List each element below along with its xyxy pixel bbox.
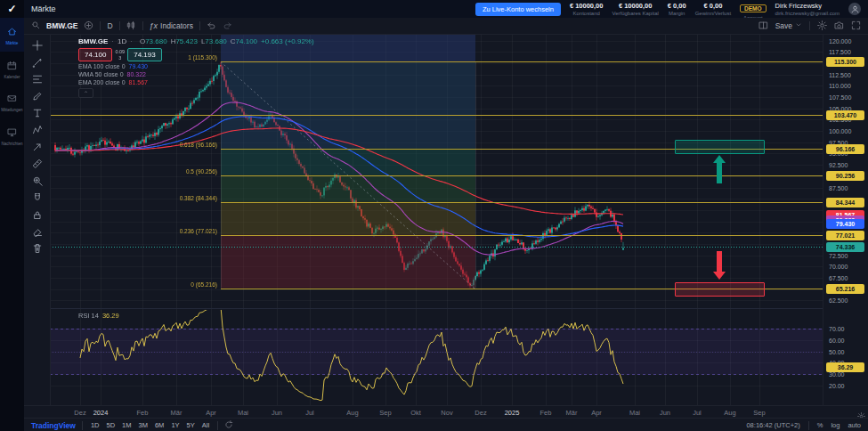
legend-symbol[interactable]: BMW.GE [78,37,108,45]
divider [142,21,143,30]
price-level-badge: 103.470 [826,110,864,120]
undo-icon[interactable] [207,20,216,32]
price-tick: 117.500 [829,49,851,55]
magnet-tool[interactable] [28,190,46,205]
time-label-aug: Aug [724,409,735,417]
user-info[interactable]: Dirk Friczewsky dirk.friczewsky@gmail.co… [775,2,840,16]
app-logo-icon[interactable]: ✓ [0,0,24,18]
rsi-value: 36.29 [102,312,119,320]
rsi-tick: 60.00 [829,337,845,344]
time-label-sep: Sep [379,409,391,417]
trading-platform: ✓ MärkteKalenderMitteilungenNachrichten … [0,0,868,431]
crosshair-tool[interactable] [28,37,46,53]
lock-tool[interactable] [28,207,46,222]
price-level-badge: 77.021 [826,231,864,240]
range-button-1m[interactable]: 1M [120,421,133,429]
chart-type-icon[interactable] [126,20,136,32]
search-icon[interactable] [31,20,40,31]
camera-icon[interactable] [834,20,844,32]
brush-tool[interactable] [28,88,46,103]
interval-button[interactable]: D [107,21,112,30]
page-title: Märkte [31,4,56,13]
price-axis[interactable]: 120.000117.500112.500110.000107.500105.0… [823,34,868,405]
sidebar-item-news[interactable]: Nachrichten [0,118,24,152]
indicators-label: Indicators [160,21,193,30]
measure-tool[interactable] [28,156,46,171]
chevron-down-icon [795,21,802,30]
fib-retracement-tool[interactable] [28,71,46,86]
price-level-badge: 96.166 [826,144,864,154]
trash-tool[interactable] [28,240,46,256]
ma-label: WMA 50 close 0 [78,71,124,77]
ma-legend-row-2[interactable]: EMA 200 close 081.567 [78,79,314,85]
ma-label: EMA 200 close 0 [78,79,126,85]
refresh-icon[interactable] [224,420,233,431]
sidebar-item-home[interactable]: Märkte [0,18,24,52]
time-label-feb: Feb [540,409,552,417]
time-label-2024: 2024 [93,409,109,417]
ma-legend-row-1[interactable]: WMA 50 close 080.322 [78,71,314,77]
sidebar-item-calendar[interactable]: Kalender [0,52,24,85]
time-label-jul: Jul [693,409,702,417]
range-button-1d[interactable]: 1D [89,421,101,429]
ma-value: 80.322 [127,71,146,77]
range-button-3m[interactable]: 3M [137,421,150,429]
rsi-label: RSI 14 [78,312,99,320]
buy-button[interactable]: 74.193 [127,48,161,61]
text-tool[interactable] [28,105,46,120]
ma-legend-row-0[interactable]: EMA 100 close 079.430 [78,63,314,69]
time-label-jun: Jun [660,409,670,417]
tradingview-logo[interactable]: TradingView [31,421,76,430]
time-axis[interactable]: Dez2024FebMärAprMaiJunJulAugSepOktNovDez… [24,405,868,419]
divider [809,21,810,30]
settings-gear-icon[interactable] [817,20,827,32]
fib-label-0.236: 0.236 (77.021) [50,228,217,234]
down-arrow-icon[interactable] [712,251,726,280]
time-label-dez: Dez [475,409,486,417]
range-button-6m[interactable]: 6M [153,421,166,429]
switch-live-account-button[interactable]: Zu Live-Konto wechseln [475,3,561,16]
compare-add-icon[interactable] [84,20,93,32]
sidebar-item-label: Mitteilungen [1,109,22,113]
redo-icon[interactable] [223,20,232,32]
up-arrow-icon[interactable] [712,155,726,183]
time-label-jul: Jul [305,409,314,417]
user-avatar[interactable] [848,3,861,15]
eraser-tool[interactable] [28,224,46,239]
demo-badge-value: DEMO [740,4,767,12]
chart-toolbar: BMW.GE D ƒxIndicators Save [24,18,868,35]
divider [199,21,200,30]
fib-label-0: 0 (65.216) [50,281,217,288]
time-label-2025: 2025 [505,409,520,417]
fib-label-0.5: 0.5 (90.256) [50,168,217,175]
forecast-tool[interactable] [28,139,46,154]
symbol-label: BMW.GE [46,21,77,30]
range-button-all[interactable]: All [200,421,211,429]
time-label-apr: Apr [206,409,216,417]
sidebar-item-mail[interactable]: Mitteilungen [0,85,24,118]
calendar-icon [7,58,17,74]
indicators-button[interactable]: ƒxIndicators [150,21,193,30]
range-button-5d[interactable]: 5D [105,421,118,429]
auto-scale-button[interactable]: auto [848,421,861,429]
zoom-tool[interactable] [28,173,46,188]
save-button[interactable]: Save [775,21,802,30]
trendline-tool[interactable] [28,54,46,69]
range-button-5y[interactable]: 5Y [185,421,197,429]
log-scale-button[interactable]: log [831,421,840,429]
fullscreen-icon[interactable] [851,20,861,32]
price-tick: 112.500 [829,72,851,78]
price-tick: 70.000 [829,264,848,270]
layout-icon[interactable] [758,20,768,32]
target-up-zone[interactable] [675,140,765,154]
save-label: Save [775,21,792,30]
percent-scale-button[interactable]: % [817,421,823,429]
legend-collapse-button[interactable]: ⌃ [78,88,93,98]
symbol-search-button[interactable]: BMW.GE [46,21,77,30]
drawing-toolbar [24,34,51,405]
pattern-tool[interactable] [28,122,46,137]
target-down-zone[interactable] [675,282,765,297]
sell-button[interactable]: 74.100 [78,48,112,61]
range-button-1y[interactable]: 1Y [169,421,181,429]
legend-interval: 1D [118,37,126,45]
